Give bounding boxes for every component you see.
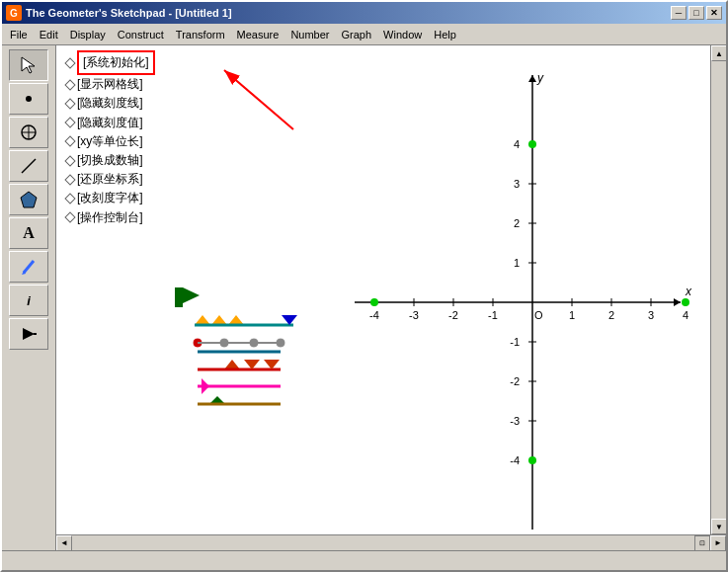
svg-marker-0 bbox=[22, 57, 35, 73]
marker-tool[interactable] bbox=[9, 251, 48, 283]
menu-construct[interactable]: Construct bbox=[112, 27, 170, 42]
svg-line-5 bbox=[22, 159, 36, 173]
text-item-8: [操作控制台] bbox=[66, 208, 155, 227]
annotation-arrow bbox=[204, 55, 323, 144]
close-button[interactable]: ✕ bbox=[706, 6, 722, 20]
text-label-4: [xy等单位长] bbox=[77, 132, 143, 151]
scroll-track-v[interactable] bbox=[711, 61, 726, 519]
main-window: G The Geometer's Sketchpad - [Untitled 1… bbox=[0, 0, 728, 572]
svg-marker-36 bbox=[674, 298, 681, 306]
diamond-icon bbox=[64, 174, 75, 185]
svg-text:1: 1 bbox=[569, 309, 575, 321]
content-area: A i [系统初始化] bbox=[2, 45, 726, 550]
text-label-8: [操作控制台] bbox=[77, 208, 143, 227]
svg-rect-13 bbox=[175, 287, 183, 307]
diamond-icon bbox=[64, 57, 75, 68]
svg-marker-9 bbox=[23, 328, 35, 340]
info-tool[interactable]: i bbox=[9, 285, 48, 316]
svg-text:x: x bbox=[685, 285, 692, 298]
text-label-3: [隐藏刻度值] bbox=[77, 114, 143, 132]
status-text bbox=[6, 555, 9, 567]
window-title: The Geometer's Sketchpad - [Untitled 1] bbox=[26, 7, 671, 19]
canvas[interactable]: [系统初始化] [显示网格线] [隐藏刻度线] [隐藏刻度值] bbox=[56, 45, 710, 534]
svg-marker-31 bbox=[202, 378, 209, 394]
svg-text:3: 3 bbox=[514, 178, 520, 190]
polygon-tool[interactable] bbox=[9, 184, 48, 215]
text-item-0: [系统初始化] bbox=[66, 50, 155, 75]
scroll-down-button[interactable]: ▼ bbox=[711, 519, 726, 534]
diamond-icon bbox=[64, 211, 75, 222]
vertical-scrollbar[interactable]: ▲ ▼ bbox=[710, 45, 726, 534]
diamond-icon bbox=[64, 193, 75, 204]
window-controls: ─ □ ✕ bbox=[671, 6, 722, 20]
text-item-1: [显示网格线] bbox=[66, 75, 155, 94]
text-item-2: [隐藏刻度线] bbox=[66, 94, 155, 113]
text-item-7: [改刻度字体] bbox=[66, 189, 155, 207]
svg-text:-3: -3 bbox=[409, 309, 419, 321]
menu-measure[interactable]: Measure bbox=[231, 27, 285, 42]
text-label-7: [改刻度字体] bbox=[77, 189, 143, 207]
compass-tool[interactable] bbox=[9, 117, 48, 148]
workspace: [系统初始化] [显示网格线] [隐藏刻度线] [隐藏刻度值] bbox=[56, 45, 726, 550]
svg-point-74 bbox=[682, 298, 689, 306]
svg-point-73 bbox=[370, 298, 378, 306]
text-label-2: [隐藏刻度线] bbox=[77, 94, 143, 113]
coordinate-graph: -4 -3 -2 -1 O 1 bbox=[340, 60, 695, 534]
menu-number[interactable]: Number bbox=[284, 27, 335, 42]
text-panel: [系统初始化] [显示网格线] [隐藏刻度线] [隐藏刻度值] bbox=[66, 50, 155, 227]
svg-text:3: 3 bbox=[648, 309, 654, 321]
minimize-button[interactable]: ─ bbox=[671, 6, 687, 20]
svg-text:1: 1 bbox=[514, 257, 520, 269]
status-bar bbox=[2, 550, 726, 570]
svg-text:-1: -1 bbox=[510, 336, 520, 348]
menu-bar: File Edit Display Construct Transform Me… bbox=[2, 24, 726, 45]
text-label-6: [还原坐标系] bbox=[77, 170, 143, 189]
left-toolbar: A i bbox=[2, 45, 56, 550]
svg-point-76 bbox=[528, 456, 536, 464]
scroll-up-button[interactable]: ▲ bbox=[711, 45, 726, 61]
svg-text:-4: -4 bbox=[369, 309, 379, 321]
app-icon: G bbox=[6, 5, 22, 21]
text-item-4: [xy等单位长] bbox=[66, 132, 155, 151]
lines-panel bbox=[121, 287, 318, 446]
diamond-icon bbox=[64, 136, 75, 147]
menu-window[interactable]: Window bbox=[377, 27, 428, 42]
svg-text:-2: -2 bbox=[448, 309, 458, 321]
menu-file[interactable]: File bbox=[4, 27, 34, 42]
svg-text:O: O bbox=[534, 309, 543, 321]
title-bar: G The Geometer's Sketchpad - [Untitled 1… bbox=[2, 2, 726, 24]
menu-edit[interactable]: Edit bbox=[34, 27, 64, 42]
text-item-3: [隐藏刻度值] bbox=[66, 114, 155, 132]
diamond-icon bbox=[64, 117, 75, 127]
menu-display[interactable]: Display bbox=[64, 27, 112, 42]
menu-transform[interactable]: Transform bbox=[170, 27, 231, 42]
svg-text:-4: -4 bbox=[510, 454, 520, 466]
point-tool[interactable] bbox=[9, 83, 48, 115]
svg-point-1 bbox=[26, 96, 32, 102]
text-tool[interactable]: A bbox=[9, 217, 48, 249]
svg-text:4: 4 bbox=[683, 309, 688, 321]
menu-graph[interactable]: Graph bbox=[336, 27, 378, 42]
svg-text:2: 2 bbox=[608, 309, 614, 321]
scroll-right-button[interactable]: ► bbox=[710, 535, 726, 551]
svg-text:-1: -1 bbox=[488, 309, 498, 321]
text-label-1: [显示网格线] bbox=[77, 75, 143, 94]
diamond-icon bbox=[64, 155, 75, 166]
horizontal-scrollbar[interactable]: ◄ ⊡ ► bbox=[56, 534, 726, 550]
svg-line-12 bbox=[224, 70, 293, 129]
svg-line-7 bbox=[24, 261, 34, 273]
diamond-icon bbox=[64, 79, 75, 90]
text-item-5: [切换成数轴] bbox=[66, 151, 155, 170]
line-tool[interactable] bbox=[9, 150, 48, 182]
svg-text:-3: -3 bbox=[510, 415, 520, 427]
svg-marker-6 bbox=[21, 192, 37, 207]
diamond-icon bbox=[64, 98, 75, 109]
maximize-button[interactable]: □ bbox=[688, 6, 704, 20]
svg-text:y: y bbox=[536, 71, 544, 85]
scroll-left-button[interactable]: ◄ bbox=[56, 535, 72, 551]
menu-help[interactable]: Help bbox=[428, 27, 462, 42]
svg-text:-2: -2 bbox=[510, 375, 520, 387]
custom-tool[interactable] bbox=[9, 318, 48, 350]
svg-marker-37 bbox=[528, 75, 536, 82]
select-tool[interactable] bbox=[9, 49, 48, 81]
